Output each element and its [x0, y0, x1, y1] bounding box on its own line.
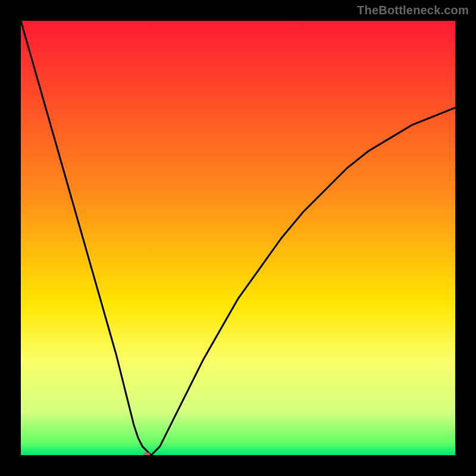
- chart-canvas: TheBottleneck.com: [0, 0, 476, 476]
- watermark-text: TheBottleneck.com: [357, 4, 469, 17]
- curve-layer: [21, 21, 455, 455]
- plot-area: [21, 21, 455, 455]
- bottleneck-curve: [21, 21, 455, 455]
